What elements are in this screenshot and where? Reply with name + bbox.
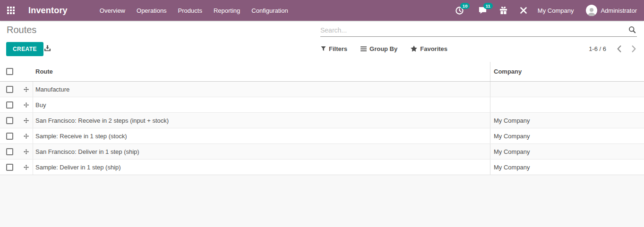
filter-bar: Filters Group By Favorites — [321, 42, 461, 55]
column-header-route[interactable]: Route — [33, 62, 490, 81]
export-button[interactable] — [44, 45, 51, 52]
table-row[interactable]: Manufacture — [0, 82, 644, 97]
user-menu[interactable]: Administrator — [586, 5, 637, 16]
row-checkbox[interactable] — [6, 164, 13, 171]
top-navbar: Inventory Overview Operations Products R… — [0, 0, 644, 21]
row-checkbox[interactable] — [6, 133, 13, 140]
row-checkbox[interactable] — [6, 117, 13, 124]
search-input[interactable] — [320, 26, 626, 34]
table-row[interactable]: Sample: Receive in 1 step (stock) My Com… — [0, 128, 644, 144]
route-company: My Company — [490, 148, 644, 155]
row-checkbox[interactable] — [6, 148, 13, 155]
create-button[interactable]: CREATE — [6, 42, 43, 56]
tools-button[interactable] — [520, 7, 527, 14]
gift-icon — [499, 6, 507, 15]
drag-handle-icon[interactable] — [19, 165, 33, 170]
funnel-icon — [321, 46, 326, 51]
column-header-company[interactable]: Company — [490, 68, 644, 75]
route-name[interactable]: San Francisco: Receive in 2 steps (input… — [33, 113, 490, 128]
user-name: Administrator — [601, 7, 637, 14]
menu-overview[interactable]: Overview — [94, 0, 131, 21]
table-row[interactable]: San Francisco: Receive in 2 steps (input… — [0, 113, 644, 128]
route-name[interactable]: Manufacture — [33, 82, 490, 97]
menu-products[interactable]: Products — [172, 0, 208, 21]
table-row[interactable]: Buy — [0, 97, 644, 113]
systray: 10 11 — [441, 5, 644, 16]
avatar — [586, 5, 597, 16]
message-count-badge: 11 — [483, 3, 493, 9]
pager-range: 1-6 / 6 — [589, 45, 606, 52]
star-icon — [411, 45, 417, 52]
messages-button[interactable]: 11 — [478, 6, 487, 15]
drag-handle-icon[interactable] — [19, 102, 33, 108]
select-all-checkbox[interactable] — [6, 68, 13, 75]
inventory-routes-screen: Inventory Overview Operations Products R… — [0, 0, 644, 227]
company-switcher[interactable]: My Company — [538, 7, 574, 14]
empty-area — [0, 175, 644, 227]
row-checkbox[interactable] — [6, 86, 13, 93]
list-rows: Manufacture Buy San Francisco: Receive i… — [0, 82, 644, 175]
page-title: Routes — [7, 25, 36, 35]
bars-icon — [361, 46, 367, 51]
pager-next-button[interactable] — [632, 45, 636, 52]
gift-button[interactable] — [499, 6, 507, 15]
drag-handle-icon[interactable] — [19, 149, 33, 154]
app-title[interactable]: Inventory — [28, 6, 68, 16]
route-name[interactable]: Sample: Receive in 1 step (stock) — [33, 128, 490, 143]
list-header: Route Company — [0, 62, 644, 82]
apps-menu-button[interactable] — [0, 7, 22, 14]
menu-operations[interactable]: Operations — [131, 0, 172, 21]
menu-configuration[interactable]: Configuration — [246, 0, 293, 21]
app-menu: Overview Operations Products Reporting C… — [94, 0, 294, 21]
drag-handle-icon[interactable] — [19, 118, 33, 123]
route-company: My Company — [490, 117, 644, 124]
search-icon[interactable] — [626, 26, 637, 34]
pager: 1-6 / 6 — [589, 42, 636, 55]
search-bar — [320, 24, 637, 37]
drag-handle-icon[interactable] — [19, 134, 33, 139]
route-company: My Company — [490, 164, 644, 171]
control-panel: Routes CREATE Filters Group By — [0, 21, 644, 62]
route-name[interactable]: San Francisco: Deliver in 1 step (ship) — [33, 144, 490, 159]
activity-count-badge: 10 — [460, 3, 470, 9]
table-row[interactable]: Sample: Deliver in 1 step (ship) My Comp… — [0, 160, 644, 175]
pager-previous-button[interactable] — [617, 45, 621, 52]
group-by-button[interactable]: Group By — [361, 45, 397, 52]
activities-button[interactable]: 10 — [455, 6, 464, 15]
apps-grid-icon — [7, 7, 15, 14]
drag-handle-icon[interactable] — [19, 87, 33, 92]
routes-list: Route Company Manufacture Buy — [0, 62, 644, 175]
menu-reporting[interactable]: Reporting — [208, 0, 246, 21]
route-name[interactable]: Sample: Deliver in 1 step (ship) — [33, 160, 490, 175]
filters-button[interactable]: Filters — [321, 45, 347, 52]
crossed-tools-icon — [520, 7, 527, 14]
favorites-button[interactable]: Favorites — [411, 45, 447, 52]
table-row[interactable]: San Francisco: Deliver in 1 step (ship) … — [0, 144, 644, 160]
route-name[interactable]: Buy — [33, 97, 490, 112]
row-checkbox[interactable] — [6, 101, 13, 109]
route-company: My Company — [490, 133, 644, 140]
